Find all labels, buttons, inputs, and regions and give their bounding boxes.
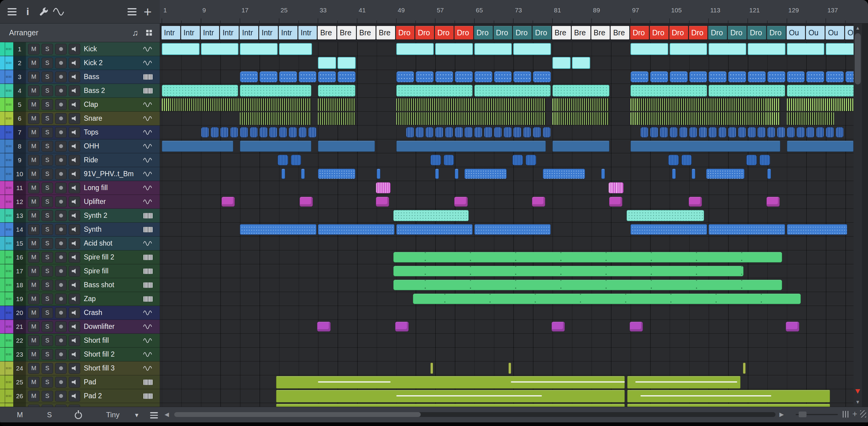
solo-button[interactable]: S [41, 196, 53, 207]
clip[interactable] [415, 127, 424, 138]
clip[interactable] [630, 43, 668, 55]
clip[interactable] [553, 141, 610, 152]
clip[interactable] [787, 127, 795, 138]
clip[interactable] [426, 127, 434, 138]
clip[interactable] [601, 169, 605, 179]
clip[interactable] [240, 224, 316, 235]
clip[interactable] [318, 141, 375, 152]
clip[interactable] [670, 71, 688, 82]
monitor-button[interactable] [69, 224, 80, 235]
mute-button[interactable]: M [28, 196, 39, 207]
monitor-button[interactable] [69, 72, 80, 82]
clip[interactable] [709, 127, 717, 138]
zoom-in-icon[interactable]: + [852, 409, 857, 419]
clip[interactable] [526, 155, 536, 165]
clip[interactable] [435, 169, 439, 179]
solo-button[interactable]: S [41, 321, 53, 332]
clip[interactable] [767, 169, 771, 179]
clip[interactable] [162, 43, 199, 55]
clip[interactable] [787, 112, 834, 125]
clip[interactable] [760, 155, 770, 165]
clip[interactable] [826, 71, 844, 82]
solo-button[interactable]: S [41, 238, 53, 249]
clip[interactable] [396, 85, 472, 96]
clip[interactable] [289, 127, 297, 138]
solo-button[interactable]: S [41, 58, 53, 68]
menu-icon[interactable] [4, 4, 20, 20]
clip[interactable] [445, 127, 453, 138]
monitor-button[interactable] [69, 141, 80, 152]
arranger-section[interactable]: Dro [630, 26, 649, 39]
clip[interactable] [279, 127, 287, 138]
record-arm-button[interactable] [55, 363, 67, 374]
track-row[interactable]: 4MSBass 2 [0, 84, 160, 98]
record-arm-button[interactable] [55, 72, 67, 82]
clip[interactable] [728, 127, 736, 138]
track-row[interactable]: 27MSPad [0, 403, 160, 407]
clip[interactable] [504, 127, 512, 138]
arranger-section[interactable]: Dro [435, 26, 454, 39]
clip[interactable] [455, 71, 473, 82]
monitor-button[interactable] [69, 266, 80, 277]
clip[interactable] [767, 127, 775, 138]
clip[interactable] [230, 127, 239, 138]
solo-button[interactable]: S [41, 391, 53, 402]
clip[interactable] [435, 127, 443, 138]
track-row[interactable]: 18MSBass shot [0, 278, 160, 292]
mute-button[interactable]: M [28, 113, 39, 124]
record-arm-button[interactable] [55, 127, 67, 138]
arranger-section[interactable]: Dro [474, 26, 493, 39]
monitor-button[interactable] [69, 99, 80, 110]
clip[interactable] [660, 127, 668, 138]
track-row[interactable]: 11MSLong fill [0, 181, 160, 195]
arranger-section[interactable]: Intr [161, 26, 180, 39]
mute-button[interactable]: M [28, 155, 39, 166]
clip[interactable] [276, 404, 625, 407]
record-arm-button[interactable] [55, 252, 67, 263]
clip[interactable] [393, 252, 782, 262]
clip[interactable] [162, 85, 238, 96]
clip[interactable] [338, 57, 355, 69]
solo-button[interactable]: S [41, 169, 53, 179]
clip[interactable] [279, 43, 312, 55]
info-icon[interactable]: i [20, 4, 36, 20]
arranger-section[interactable]: Bre [572, 26, 590, 39]
mute-button[interactable]: M [28, 252, 39, 263]
monitor-button[interactable] [69, 182, 80, 193]
mute-button[interactable]: M [28, 85, 39, 96]
v-scrollbar[interactable]: ▲ ▼ [854, 24, 862, 407]
clip[interactable] [553, 57, 570, 69]
record-arm-button[interactable] [55, 349, 67, 360]
monitor-button[interactable] [69, 321, 80, 332]
clip[interactable] [513, 127, 521, 138]
clip[interactable] [474, 85, 551, 96]
track-height-select[interactable]: Tiny [106, 410, 119, 419]
solo-button[interactable]: S [41, 266, 53, 277]
arranger-section[interactable]: Dro [396, 26, 415, 39]
solo-button[interactable]: S [41, 363, 53, 374]
clip[interactable] [376, 182, 391, 193]
clip[interactable] [629, 322, 643, 332]
track-row[interactable]: 8MSOHH [0, 139, 160, 153]
clip[interactable] [240, 141, 311, 152]
clip[interactable] [211, 127, 219, 138]
arranger-section[interactable]: Dro [767, 26, 786, 39]
clip[interactable] [474, 224, 551, 235]
clip[interactable] [635, 381, 737, 382]
mute-button[interactable]: M [28, 321, 39, 332]
clip[interactable] [836, 127, 844, 138]
solo-all-button[interactable]: S [47, 410, 52, 419]
record-arm-button[interactable] [55, 210, 67, 221]
arranger-section[interactable]: Intr [201, 26, 219, 39]
music-note-icon[interactable]: ♫ [132, 28, 138, 38]
record-arm-button[interactable] [55, 141, 67, 152]
clip[interactable] [508, 363, 511, 374]
clip[interactable] [318, 169, 355, 179]
clip[interactable] [240, 71, 258, 82]
clip[interactable] [609, 182, 623, 193]
solo-button[interactable]: S [41, 155, 53, 166]
clip[interactable] [301, 169, 305, 179]
clip[interactable] [689, 197, 702, 207]
clip[interactable] [787, 141, 854, 152]
record-arm-button[interactable] [55, 391, 67, 402]
